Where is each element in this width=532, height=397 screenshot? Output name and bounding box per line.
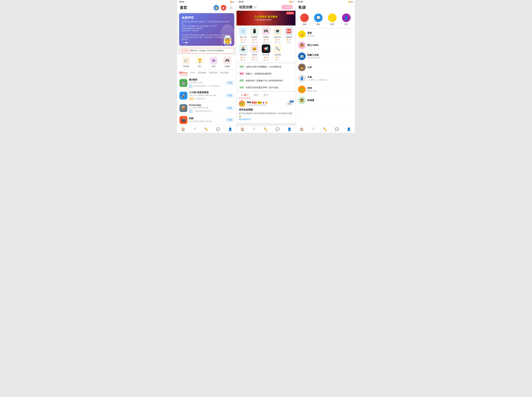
tab-weekly-browse[interactable]: 周浏览榜 — [209, 71, 217, 75]
rocket-tag: 破解 — [189, 97, 194, 100]
quick-notify[interactable]: 💬 通知 — [314, 13, 323, 25]
cat-official-notice[interactable]: 📢 官方公告 🔥 678 回复:32 — [261, 44, 271, 61]
fusionapp-tag: 官 — [189, 110, 192, 112]
cancel-btn[interactable]: 取消 — [286, 102, 293, 106]
tab-latest-app[interactable]: 最新App — [179, 71, 188, 75]
fusionapp-download[interactable]: 下载 — [225, 106, 234, 110]
cat-cool-summer[interactable]: ❄️ 清凉一夏 🔥 1.7k 回复:531 — [238, 27, 248, 43]
game-share-stats: 🔥 1.2k — [240, 57, 246, 58]
post-header: 🐸 坤坤 LIVE 会员 ◆ 🔥 2分钟前 [最后回复2分钟前] 取消 — [239, 100, 293, 107]
announce-item-2[interactable]: 福利 刺激云：全网最低价服务器 › — [237, 70, 296, 77]
msg-system[interactable]: 🔔 系统 系统消息 — [296, 29, 355, 40]
quick-sponsor[interactable]: ⭐ 赞助 — [328, 13, 336, 25]
bottom-home-2[interactable]: 🏠 — [240, 127, 245, 131]
community-banner[interactable]: 30% 九岁资源站·售后最优 PUBG国际服/和平精英 在线售后 — [237, 11, 296, 25]
cat-game-share[interactable]: 🕹️ 游戏分享 🔥 1.2k 回复:464 — [238, 44, 248, 61]
play-icon-btn[interactable]: ▶ — [221, 5, 226, 11]
game-share-replies: 回复:464 — [240, 59, 246, 61]
app-item-wechat-module[interactable]: 🤖 微X模块 2.44 4MB 1次下载 官 微X模块最新版是一个强大的微信xp… — [177, 77, 236, 89]
post-time: 2分钟前 [最后回复2分钟前] — [247, 104, 285, 106]
lunar-name: 月食 — [307, 76, 353, 79]
help-icon: 🆘 — [285, 27, 293, 35]
post-link[interactable]: 链接加密处理 — [239, 118, 251, 120]
source-share-icon: 💻 — [273, 27, 282, 35]
cat-gg-mod[interactable]: 🎮 GG修改 🔥 6.8k 回复:2476 — [261, 27, 271, 43]
home-banner[interactable]: 免责声明 有关资源均来自网络收集与网友提供，任何涉及商业及盈利目的均不得使用， … — [179, 13, 234, 46]
rocket-info: 小火箭+速器更新版 小马工程小火箭更新 27MB 16次下载 破解 主要修复闪退 — [189, 91, 224, 100]
nav-categories[interactable]: 👾 分类 — [210, 57, 217, 68]
nav-up-resources[interactable]: 🛒 UP资源 — [182, 57, 190, 68]
search-icon-btn[interactable]: ⚪ — [228, 5, 234, 11]
quick-actions: ❤️ 收藏 💬 通知 ⭐ 赞助 👤 排行 — [296, 11, 355, 28]
categories-icon: 👾 — [210, 57, 217, 64]
msg-xuer[interactable]: 👩 雪儿?8980 — [296, 40, 355, 51]
post-dynamic-btn[interactable]: + 发动态 — [281, 5, 293, 9]
msg-jiusui[interactable]: 🧑 九岁 — [296, 62, 355, 73]
ranking-icon-3: 👤 — [342, 13, 351, 22]
tab-weekly-reply[interactable]: 周回复榜 — [198, 71, 206, 75]
bottom-chat-1[interactable]: 💬 — [216, 127, 220, 131]
help-name: 问题求助 — [286, 36, 292, 38]
bottom-clock-3[interactable]: ⏱ — [312, 127, 315, 131]
nav-ai[interactable]: 🎮 玩机AI — [223, 57, 231, 68]
tab-weekly-like[interactable]: 周点赞榜 — [220, 71, 229, 75]
quick-ranking[interactable]: 👤 排行 — [342, 13, 351, 25]
bottom-clock-2[interactable]: ⏱ — [252, 127, 256, 131]
tab-push[interactable]: Push — [190, 71, 195, 75]
cat-help[interactable]: 🆘 问题求助 🔥 102 回复:8 — [284, 27, 294, 43]
hot-tab-essence[interactable]: 精华 — [251, 92, 261, 98]
fusionapp-info: FusionApp 2.0.0-beta4 8MB 27次下载 官 一键封装网页… — [189, 104, 224, 112]
categories-label: 分类 — [212, 65, 215, 68]
notice-bar[interactable]: 官方通知 警钟长鸣：反诈骗十大金句守护你的网络X — [179, 48, 234, 53]
msg-linqingxue[interactable]: 👩 林清雪 — [296, 95, 355, 106]
cat-activity[interactable]: 🔍 活动线报 🔥 62 回复:11 — [272, 44, 283, 61]
hot-tab-hot[interactable]: 热门 — [239, 92, 251, 98]
bottom-user-2[interactable]: 👤 — [287, 127, 292, 131]
hot-tab-follow[interactable]: 关注 — [261, 92, 271, 98]
msg-kunkun[interactable]: 🐸 坤坤 爱坤才会赢 — [296, 84, 355, 95]
app-item-rocket[interactable]: 🚀 小火箭+速器更新版 小马工程小火箭更新 27MB 16次下载 破解 主要修复… — [177, 89, 236, 102]
notify-label: 通知 — [317, 23, 320, 25]
wechat-module-download[interactable]: 下载 — [225, 81, 234, 85]
bottom-chat-3[interactable]: 💬 — [335, 127, 339, 131]
hand-icon-btn[interactable]: 👋 — [214, 5, 219, 11]
help-replies: 回复:8 — [287, 41, 291, 43]
bottom-edit-1[interactable]: ✏️ — [204, 127, 208, 131]
bottom-user-3[interactable]: 👤 — [347, 127, 351, 131]
nutritionist-stats: 🔥 3.5k — [252, 57, 257, 58]
announce-item-1[interactable]: 推荐 达到正式用户免费赠送：10000爱玩豆 › — [237, 63, 296, 70]
bottom-chat-2[interactable]: 💬 — [275, 127, 280, 131]
activity-stats: 🔥 62 — [275, 57, 280, 58]
kunkun-preview: 爱坤才会赢 — [307, 90, 353, 92]
bottom-home-3[interactable]: 🏠 — [300, 127, 304, 131]
status-bar-3: 15:44 📶 34 — [296, 0, 355, 4]
bottom-clock-1[interactable]: ⏱ — [193, 127, 196, 131]
status-icons-3: 📶 34 — [349, 1, 353, 3]
bottom-user-1[interactable]: 👤 — [228, 127, 232, 131]
wechat-module-icon: 🤖 — [179, 79, 187, 87]
diamond-icon: ◆ — [263, 101, 264, 104]
member-badge-post: 会员 — [257, 101, 262, 104]
nav-ranking[interactable]: 🏆 排行 — [196, 57, 204, 68]
app-item-kuaiying[interactable]: 🎬 快影 6.0.0 102031 45MB 125次下载 下载 — [177, 114, 236, 126]
post-card[interactable]: 🐸 坤坤 LIVE 会员 ◆ 🔥 2分钟前 [最后回复2分钟前] 取消 — [237, 99, 296, 123]
ahao-avatar: 🏢 — [298, 52, 306, 60]
lunar-avatar: 👤 — [298, 74, 306, 82]
status-bar-2: 15:44 📶 34 — [237, 0, 296, 4]
cat-nutritionist[interactable]: 🐱 营养师 🔥 3.5k 回复:1421 — [249, 44, 260, 61]
kuaiying-download[interactable]: 下载 — [225, 118, 234, 122]
app-item-fusionapp[interactable]: 📦 FusionApp 2.0.0-beta4 8MB 27次下载 官 一键封装… — [177, 102, 236, 114]
bottom-nav-1: 🏠 ⏱ ✏️ 💬 👤 — [177, 126, 236, 133]
rocket-download[interactable]: 下载 — [225, 93, 234, 98]
bottom-edit-2[interactable]: ✏️ — [263, 127, 268, 131]
msg-lunar[interactable]: 👤 月食 一念清净心，万象皆空寂 — [296, 73, 355, 84]
activity-replies: 回复:11 — [275, 59, 280, 61]
quick-favorites[interactable]: ❤️ 收藏 — [300, 13, 309, 25]
announce-item-3[interactable]: 推荐 链接失效？直接帖子右上角举报就对啦！ › — [237, 77, 296, 84]
cat-useful-software[interactable]: 📱 实用软件 🔥 3.6k 回复:1556 — [249, 27, 260, 43]
bottom-edit-3[interactable]: ✏️ — [323, 127, 327, 131]
cat-source-share[interactable]: 💻 源码分享 🔥 384 回复:145 — [272, 27, 283, 43]
bottom-home-1[interactable]: 🏠 — [181, 127, 185, 131]
msg-ahao[interactable]: 🏢 阿豪工作室 软件来自互联网 — [296, 51, 355, 62]
announce-item-4[interactable]: 推荐 玩机社区全站规定声明（用户必读） › — [237, 84, 296, 91]
